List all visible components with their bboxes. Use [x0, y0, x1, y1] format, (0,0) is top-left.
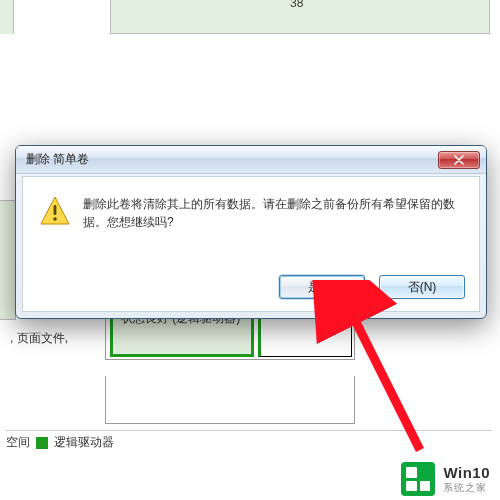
dialog-title: 删除 简单卷 [26, 151, 438, 168]
svg-rect-1 [54, 205, 57, 215]
legend-label-logical: 逻辑驱动器 [54, 434, 114, 451]
dialog-titlebar[interactable]: 删除 简单卷 [16, 146, 486, 174]
legend-swatch-logical [36, 437, 48, 449]
watermark-logo-icon [401, 462, 435, 496]
legend-label-space: 空间 [6, 434, 30, 451]
warning-icon [39, 195, 71, 227]
bg-left-fragment [0, 200, 16, 320]
no-button[interactable]: 否(N) [379, 275, 465, 299]
watermark: Win10 系统之家 [395, 458, 500, 500]
watermark-line1: Win10 [443, 464, 490, 481]
watermark-text: Win10 系统之家 [443, 464, 490, 495]
delete-volume-dialog: 删除 简单卷 删除此卷将清除其上的所有数据。请在删除之前备份所有希望保留的数据。… [15, 145, 487, 319]
dialog-body: 删除此卷将清除其上的所有数据。请在删除之前备份所有希望保留的数据。您想继续吗? … [22, 176, 480, 312]
disk-layout-panel-lower [105, 376, 355, 424]
no-button-label: 否(N) [408, 279, 437, 296]
bg-fragment [0, 0, 14, 34]
legend-bar: 空间 逻辑驱动器 [6, 430, 492, 450]
yes-button-label: 是(Y) [308, 279, 336, 296]
svg-point-2 [53, 217, 57, 221]
close-button[interactable] [438, 151, 480, 169]
yes-button[interactable]: 是(Y) [279, 275, 365, 299]
watermark-line2: 系统之家 [443, 481, 490, 495]
dialog-message: 删除此卷将清除其上的所有数据。请在删除之前备份所有希望保留的数据。您想继续吗? [83, 195, 463, 231]
volume-value-2: 38 [290, 0, 303, 10]
left-info-text: , 页面文件, [10, 330, 68, 347]
close-icon [454, 155, 464, 165]
dialog-button-row: 是(Y) 否(N) [279, 275, 465, 299]
